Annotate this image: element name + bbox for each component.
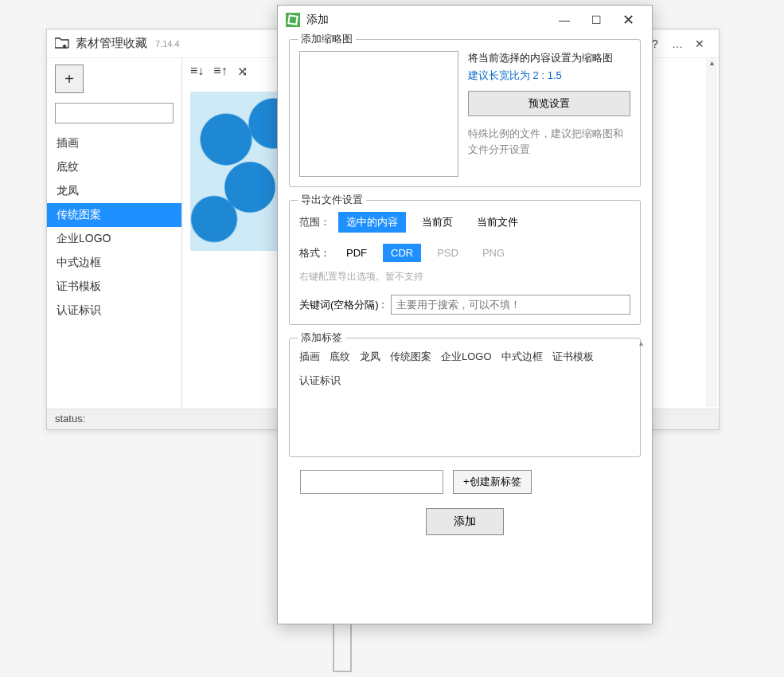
category-item-selected[interactable]: 传统图案	[47, 203, 181, 227]
sort-asc-icon[interactable]: ≡↓	[190, 64, 204, 78]
category-item[interactable]: 底纹	[47, 155, 181, 179]
version-label: 7.14.4	[155, 39, 180, 49]
scroll-up-icon[interactable]: ▴	[706, 58, 717, 69]
vertical-scrollbar[interactable]: ▴	[706, 58, 717, 407]
tags-legend: 添加标签	[298, 331, 345, 345]
thumbnail-hint: 特殊比例的文件，建议把缩略图和文件分开设置	[468, 126, 630, 157]
keyword-label: 关键词(空格分隔) :	[299, 298, 384, 312]
tag-item[interactable]: 龙凤	[360, 350, 380, 364]
format-option-pdf[interactable]: PDF	[338, 244, 375, 262]
format-option-cdr[interactable]: CDR	[383, 244, 421, 262]
add-category-button[interactable]: +	[55, 65, 84, 93]
thumbnail-preview-box[interactable]	[299, 51, 458, 177]
main-window-title: 素材管理收藏	[76, 36, 147, 51]
export-legend: 导出文件设置	[298, 193, 366, 207]
category-search-input[interactable]	[55, 103, 174, 123]
thumbnail-fieldset: 添加缩略图 将当前选择的内容设置为缩略图 建议长宽比为 2 : 1.5 预览设置…	[289, 39, 641, 187]
scope-label: 范围：	[299, 215, 330, 229]
more-button[interactable]: …	[666, 37, 688, 50]
category-item[interactable]: 企业LOGO	[47, 227, 181, 251]
keyword-input[interactable]	[391, 295, 630, 315]
create-tag-button[interactable]: +创建新标签	[453, 470, 532, 494]
category-item[interactable]: 中式边框	[47, 251, 181, 275]
tag-item[interactable]: 证书模板	[552, 350, 594, 364]
thumbnail-ratio-hint: 建议长宽比为 2 : 1.5	[468, 68, 630, 83]
sidebar: + 插画 底纹 龙凤 传统图案 企业LOGO 中式边框 证书模板 认证标识	[47, 58, 182, 407]
category-item[interactable]: 龙凤	[47, 179, 181, 203]
dialog-close-button[interactable]: ✕	[612, 11, 644, 29]
format-hint: 右键配置导出选项。暂不支持	[299, 270, 423, 284]
shuffle-icon[interactable]: ⤨	[237, 64, 248, 79]
add-submit-button[interactable]: 添加	[426, 508, 504, 535]
folder-star-icon	[55, 36, 69, 52]
new-tag-input[interactable]	[300, 470, 443, 494]
category-item[interactable]: 插画	[47, 131, 181, 155]
export-fieldset: 导出文件设置 范围： 选中的内容 当前页 当前文件 格式： PDF CDR PS…	[289, 200, 641, 325]
scope-option[interactable]: 当前页	[414, 212, 461, 233]
status-label: status:	[55, 413, 85, 425]
scope-option-selected[interactable]: 选中的内容	[338, 212, 406, 233]
tag-item[interactable]: 企业LOGO	[441, 350, 492, 364]
main-close-button[interactable]: ✕	[688, 37, 711, 50]
tag-item[interactable]: 认证标识	[299, 374, 341, 388]
category-item[interactable]: 认证标识	[47, 299, 181, 323]
scope-option[interactable]: 当前文件	[469, 212, 526, 233]
preview-settings-button[interactable]: 预览设置	[468, 91, 630, 116]
format-option-png: PNG	[474, 244, 513, 262]
tag-item[interactable]: 底纹	[330, 350, 350, 364]
category-item[interactable]: 证书模板	[47, 275, 181, 299]
tags-scrollbar[interactable]: ▴	[635, 338, 646, 456]
dialog-maximize-button[interactable]: ☐	[580, 14, 612, 26]
tag-item[interactable]: 传统图案	[390, 350, 431, 364]
dialog-titlebar: 添加 — ☐ ✕	[278, 6, 652, 34]
tag-item[interactable]: 中式边框	[501, 350, 543, 364]
format-option-psd: PSD	[429, 244, 466, 262]
category-list: 插画 底纹 龙凤 传统图案 企业LOGO 中式边框 证书模板 认证标识	[47, 131, 181, 407]
decorative-connector	[333, 624, 352, 672]
sort-desc-icon[interactable]: ≡↑	[213, 64, 227, 78]
format-label: 格式：	[299, 246, 330, 260]
app-logo-icon	[286, 13, 300, 27]
add-dialog: 添加 — ☐ ✕ 添加缩略图 将当前选择的内容设置为缩略图 建议长宽比为 2 :…	[277, 5, 653, 624]
tag-item[interactable]: 插画	[299, 350, 320, 364]
dialog-minimize-button[interactable]: —	[548, 14, 580, 26]
thumbnail-desc: 将当前选择的内容设置为缩略图	[468, 51, 630, 65]
dialog-title: 添加	[306, 13, 329, 27]
thumbnail-legend: 添加缩略图	[298, 32, 356, 46]
tags-fieldset: 添加标签 插画 底纹 龙凤 传统图案 企业LOGO 中式边框 证书模板 认证标识…	[289, 338, 641, 457]
scroll-up-icon[interactable]: ▴	[635, 338, 646, 350]
